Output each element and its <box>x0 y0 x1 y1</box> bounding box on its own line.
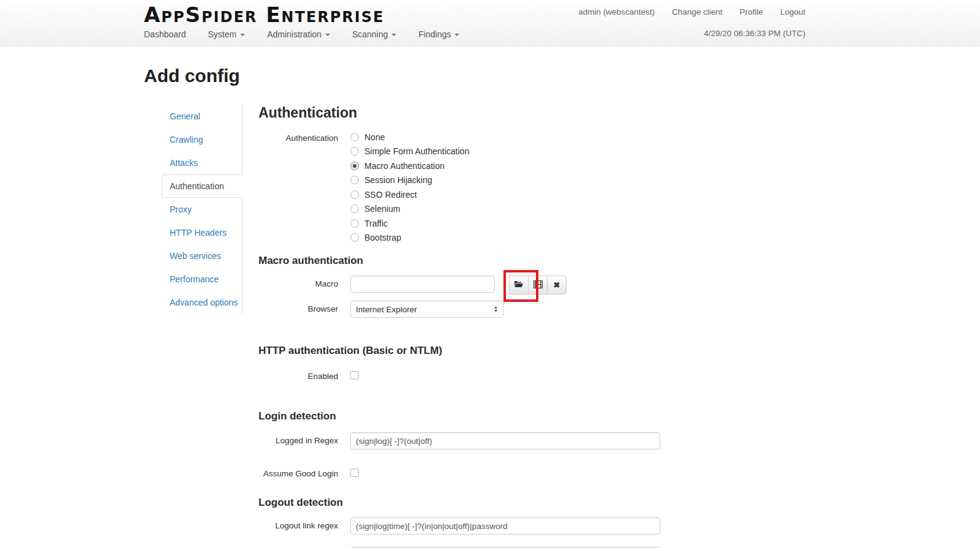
radio-label: Selenium <box>364 204 400 214</box>
logout-link-regex-label: Logout link regex <box>258 517 350 530</box>
nav-item[interactable]: Scanning <box>352 29 396 39</box>
auth-type-radio[interactable]: SSO Redirect <box>350 187 699 202</box>
assume-good-login-label: Assume Good Login <box>258 465 350 478</box>
x-icon: ✖ <box>554 281 560 289</box>
nav-item-label: Dashboard <box>144 29 186 39</box>
nav-item[interactable]: System <box>208 29 246 39</box>
caret-down-icon <box>391 34 396 36</box>
sidebar-tab[interactable]: Web services <box>162 244 243 268</box>
authentication-heading: Authentication <box>258 105 699 121</box>
radio-icon <box>350 176 359 184</box>
record-macro-button[interactable] <box>528 276 548 295</box>
radio-icon <box>350 219 359 228</box>
logged-in-regex-input[interactable] <box>350 432 660 449</box>
site-header: AppSpider Enterprise Dashboard System Ad… <box>0 0 980 46</box>
folder-open-icon <box>514 280 524 290</box>
nav-item[interactable]: Findings <box>418 29 459 39</box>
sidebar-tab[interactable]: Crawling <box>162 128 243 151</box>
sidebar-tab[interactable]: Attacks <box>162 151 243 175</box>
radio-label: SSO Redirect <box>364 190 417 200</box>
http-auth-heading: HTTP authentication (Basic or NTLM) <box>258 345 699 357</box>
radio-icon <box>350 205 359 213</box>
nav-item-label: System <box>208 29 237 39</box>
radio-icon <box>350 162 359 170</box>
radio-label: Simple Form Authentication <box>364 146 469 156</box>
caret-down-icon <box>325 34 330 36</box>
sidebar-tab[interactable]: Advanced options <box>162 291 243 314</box>
auth-type-radio[interactable]: Macro Authentication <box>350 159 699 173</box>
caret-down-icon <box>454 34 459 36</box>
radio-icon <box>350 147 359 156</box>
macro-input[interactable] <box>350 276 495 293</box>
auth-type-radio[interactable]: None <box>350 130 699 145</box>
enabled-label: Enabled <box>258 368 350 381</box>
main-nav: Dashboard System Administration Scanning… <box>144 29 459 39</box>
logout-link-regex-row: Logout link regex <box>258 517 699 535</box>
server-timestamp: 4/29/20 06:36:33 PM (UTC) <box>704 29 805 38</box>
nav-item-label: Findings <box>418 29 451 39</box>
auth-radio-group: None Simple Form Authentication Macro Au… <box>350 130 699 245</box>
logout-detection-heading: Logout detection <box>258 497 699 509</box>
nav-item-label: Administration <box>267 29 322 39</box>
config-tab-list: General Crawling Attacks Authentication … <box>162 105 243 314</box>
sidebar-tab[interactable]: Performance <box>162 268 243 291</box>
radio-label: Macro Authentication <box>364 161 445 171</box>
auth-type-radio[interactable]: Bootstrap <box>350 231 699 246</box>
assume-good-login-checkbox[interactable] <box>350 468 359 477</box>
config-content: Authentication Authentication None Simpl… <box>258 105 699 548</box>
app-logo[interactable]: AppSpider Enterprise <box>144 2 384 27</box>
user-links: admin (webscantest) Change client Profil… <box>578 7 805 17</box>
login-detection-heading: Login detection <box>258 410 699 422</box>
browser-label: Browser <box>258 301 350 313</box>
user-link[interactable]: Change client <box>672 7 723 17</box>
macro-button-group: ✖ <box>510 276 567 295</box>
logout-link-regex-input[interactable] <box>350 517 660 535</box>
sidebar-tab[interactable]: General <box>162 105 243 128</box>
radio-icon <box>350 133 359 141</box>
nav-item[interactable]: Dashboard <box>144 29 186 39</box>
open-macro-button[interactable] <box>509 276 529 295</box>
auth-type-radio[interactable]: Session Hijacking <box>350 173 699 188</box>
logged-in-regex-label: Logged in Regex <box>258 432 350 445</box>
film-icon <box>533 280 543 290</box>
authentication-type-row: Authentication None Simple Form Authenti… <box>258 130 699 245</box>
radio-label: Session Hijacking <box>364 175 432 185</box>
authentication-field-label: Authentication <box>258 130 350 143</box>
auth-type-radio[interactable]: Simple Form Authentication <box>350 145 699 159</box>
select-stepper-icon: ▲▼ <box>494 306 498 313</box>
macro-auth-heading: Macro authentication <box>258 255 699 267</box>
assume-good-login-row: Assume Good Login <box>258 465 699 479</box>
browser-select-value: Internet Explorer <box>356 305 417 314</box>
macro-label: Macro <box>258 276 350 288</box>
sidebar-tab[interactable]: Proxy <box>162 198 243 221</box>
user-link[interactable]: admin (webscantest) <box>578 7 655 17</box>
macro-row: Macro <box>258 276 699 295</box>
auth-type-radio[interactable]: Traffic <box>350 216 699 231</box>
radio-label: Traffic <box>364 219 388 228</box>
http-auth-enabled-row: Enabled <box>258 368 699 382</box>
radio-label: Bootstrap <box>364 233 401 242</box>
nav-item-label: Scanning <box>352 29 388 39</box>
caret-down-icon <box>240 34 245 36</box>
logged-in-regex-row: Logged in Regex <box>258 432 699 449</box>
clear-macro-button[interactable]: ✖ <box>547 276 567 295</box>
http-auth-enabled-checkbox[interactable] <box>350 371 359 380</box>
sidebar-tab[interactable]: Authentication <box>162 175 243 198</box>
browser-row: Browser Internet Explorer ▲▼ <box>258 301 699 318</box>
user-link[interactable]: Profile <box>739 7 763 17</box>
browser-select[interactable]: Internet Explorer ▲▼ <box>350 301 503 318</box>
radio-icon <box>350 233 359 242</box>
user-link[interactable]: Logout <box>780 7 805 17</box>
config-sidebar: General Crawling Attacks Authentication … <box>162 105 243 314</box>
page-title: Add config <box>144 66 980 86</box>
radio-icon <box>350 190 359 199</box>
sidebar-tab[interactable]: HTTP Headers <box>162 221 243 244</box>
radio-label: None <box>364 132 385 142</box>
nav-item[interactable]: Administration <box>267 29 330 39</box>
auth-type-radio[interactable]: Selenium <box>350 202 699 217</box>
